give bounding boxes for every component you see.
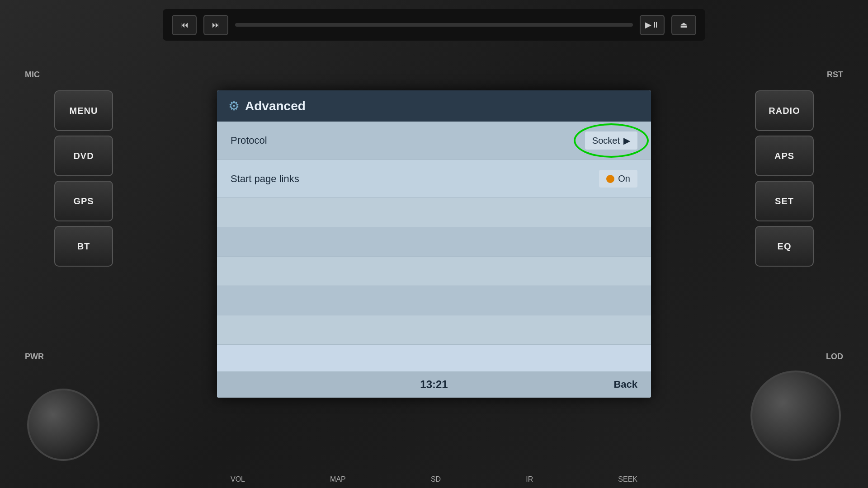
sd-label: SD bbox=[431, 475, 441, 483]
rewind-button[interactable]: ⏮ bbox=[172, 15, 197, 35]
eject-button[interactable]: ⏏ bbox=[671, 15, 696, 35]
transport-progress-bar bbox=[235, 23, 633, 27]
ir-label: IR bbox=[526, 475, 533, 483]
screen-title: Advanced bbox=[245, 99, 306, 113]
top-transport-bar: ⏮ ⏭ ▶⏸ ⏏ bbox=[163, 9, 705, 41]
pwr-label: PWR bbox=[25, 352, 44, 361]
screen-header: ⚙ Advanced bbox=[217, 90, 651, 122]
toggle-dot-icon bbox=[606, 175, 614, 183]
map-label: MAP bbox=[330, 475, 346, 483]
empty-row-1 bbox=[217, 198, 651, 227]
screen-footer: 13:21 Back bbox=[217, 371, 651, 398]
eq-button[interactable]: EQ bbox=[755, 226, 814, 267]
dvd-button[interactable]: DVD bbox=[54, 136, 113, 176]
empty-row-4 bbox=[217, 286, 651, 315]
right-side-buttons: RADIO APS SET EQ bbox=[755, 90, 814, 267]
protocol-arrow-icon: ▶ bbox=[623, 135, 630, 146]
set-button[interactable]: SET bbox=[755, 181, 814, 221]
protocol-value-text: Socket bbox=[592, 136, 620, 146]
empty-row-2 bbox=[217, 227, 651, 257]
lod-knob[interactable] bbox=[750, 371, 841, 461]
start-page-links-row[interactable]: Start page links On bbox=[217, 160, 651, 198]
fast-forward-button[interactable]: ⏭ bbox=[203, 15, 228, 35]
main-screen: ⚙ Advanced Protocol Socket ▶ Start page … bbox=[217, 90, 651, 398]
play-pause-button[interactable]: ▶⏸ bbox=[640, 15, 665, 35]
start-page-links-value: On bbox=[618, 174, 630, 184]
empty-row-5 bbox=[217, 315, 651, 345]
bottom-labels-bar: VOL MAP SD IR SEEK bbox=[231, 475, 637, 483]
screen-content: Protocol Socket ▶ Start page links On bbox=[217, 122, 651, 397]
empty-rows-area bbox=[217, 198, 651, 397]
start-page-links-label: Start page links bbox=[231, 173, 299, 185]
protocol-row[interactable]: Protocol Socket ▶ bbox=[217, 122, 651, 160]
lod-label: LOD bbox=[826, 352, 843, 361]
back-button[interactable]: Back bbox=[613, 379, 637, 390]
aps-button[interactable]: APS bbox=[755, 136, 814, 176]
menu-button[interactable]: MENU bbox=[54, 90, 113, 131]
vol-label: VOL bbox=[231, 475, 245, 483]
left-side-buttons: MENU DVD GPS BT bbox=[54, 90, 113, 267]
radio-button[interactable]: RADIO bbox=[755, 90, 814, 131]
clock-display: 13:21 bbox=[420, 378, 448, 391]
start-page-links-toggle[interactable]: On bbox=[599, 170, 637, 188]
gear-icon: ⚙ bbox=[228, 99, 240, 113]
car-unit: MIC RST ⏮ ⏭ ▶⏸ ⏏ MENU DVD GPS BT RADIO A… bbox=[0, 0, 868, 488]
rst-label: RST bbox=[827, 70, 843, 80]
protocol-label: Protocol bbox=[231, 135, 267, 146]
protocol-value[interactable]: Socket ▶ bbox=[585, 131, 637, 150]
seek-label: SEEK bbox=[618, 475, 637, 483]
mic-label: MIC bbox=[25, 70, 40, 80]
gps-button[interactable]: GPS bbox=[54, 181, 113, 221]
volume-knob[interactable] bbox=[27, 389, 99, 461]
empty-row-3 bbox=[217, 257, 651, 286]
bt-button[interactable]: BT bbox=[54, 226, 113, 267]
